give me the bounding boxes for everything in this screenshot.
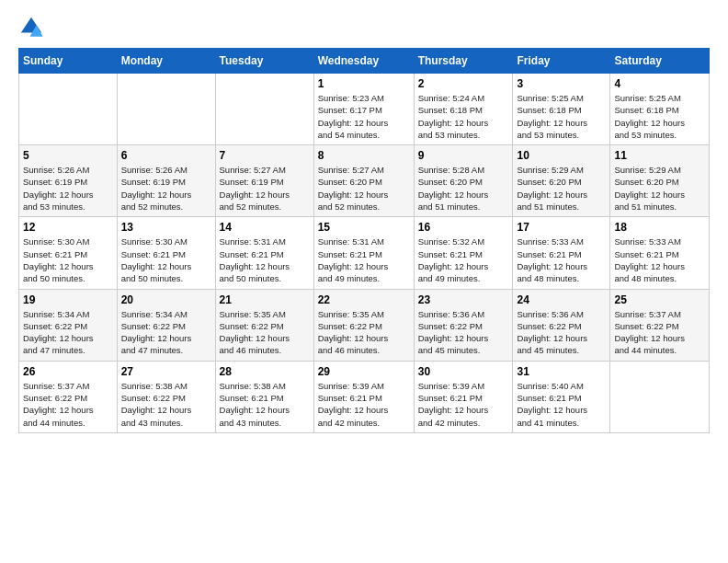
calendar-cell xyxy=(215,74,313,145)
calendar-cell: 14Sunrise: 5:31 AM Sunset: 6:21 PM Dayli… xyxy=(215,217,313,289)
calendar-cell: 21Sunrise: 5:35 AM Sunset: 6:22 PM Dayli… xyxy=(215,289,313,361)
day-number: 1 xyxy=(318,77,410,90)
weekday-header-tuesday: Tuesday xyxy=(215,49,313,74)
day-number: 8 xyxy=(318,149,410,162)
day-number: 10 xyxy=(517,149,606,162)
week-row-5: 26Sunrise: 5:37 AM Sunset: 6:22 PM Dayli… xyxy=(19,361,710,432)
day-info: Sunrise: 5:23 AM Sunset: 6:17 PM Dayligh… xyxy=(318,92,410,141)
day-info: Sunrise: 5:33 AM Sunset: 6:21 PM Dayligh… xyxy=(614,236,705,284)
day-number: 12 xyxy=(23,221,113,234)
calendar-cell: 12Sunrise: 5:30 AM Sunset: 6:21 PM Dayli… xyxy=(19,217,118,289)
calendar-cell: 31Sunrise: 5:40 AM Sunset: 6:21 PM Dayli… xyxy=(513,361,610,432)
day-info: Sunrise: 5:40 AM Sunset: 6:21 PM Dayligh… xyxy=(517,380,606,429)
week-row-2: 5Sunrise: 5:26 AM Sunset: 6:19 PM Daylig… xyxy=(19,145,710,217)
day-number: 5 xyxy=(23,149,113,162)
calendar-cell: 28Sunrise: 5:38 AM Sunset: 6:21 PM Dayli… xyxy=(215,361,313,432)
day-info: Sunrise: 5:33 AM Sunset: 6:21 PM Dayligh… xyxy=(517,236,606,284)
day-info: Sunrise: 5:29 AM Sunset: 6:20 PM Dayligh… xyxy=(614,164,705,213)
weekday-header-thursday: Thursday xyxy=(414,49,513,74)
calendar-cell: 2Sunrise: 5:24 AM Sunset: 6:18 PM Daylig… xyxy=(414,74,513,145)
day-info: Sunrise: 5:35 AM Sunset: 6:22 PM Dayligh… xyxy=(318,308,410,357)
day-number: 24 xyxy=(517,293,606,306)
week-row-1: 1Sunrise: 5:23 AM Sunset: 6:17 PM Daylig… xyxy=(19,74,710,145)
day-info: Sunrise: 5:30 AM Sunset: 6:21 PM Dayligh… xyxy=(23,236,113,284)
day-number: 2 xyxy=(418,77,509,90)
calendar-cell: 25Sunrise: 5:37 AM Sunset: 6:22 PM Dayli… xyxy=(610,289,710,361)
calendar-cell: 18Sunrise: 5:33 AM Sunset: 6:21 PM Dayli… xyxy=(610,217,710,289)
calendar-cell: 30Sunrise: 5:39 AM Sunset: 6:21 PM Dayli… xyxy=(414,361,513,432)
calendar-cell: 15Sunrise: 5:31 AM Sunset: 6:21 PM Dayli… xyxy=(313,217,414,289)
day-info: Sunrise: 5:39 AM Sunset: 6:21 PM Dayligh… xyxy=(318,380,410,429)
day-info: Sunrise: 5:38 AM Sunset: 6:21 PM Dayligh… xyxy=(220,380,310,429)
page: SundayMondayTuesdayWednesdayThursdayFrid… xyxy=(0,0,728,442)
day-number: 21 xyxy=(220,293,310,306)
day-number: 7 xyxy=(220,149,310,162)
calendar-cell xyxy=(610,361,710,432)
day-number: 23 xyxy=(418,293,509,306)
day-info: Sunrise: 5:37 AM Sunset: 6:22 PM Dayligh… xyxy=(23,380,113,429)
day-info: Sunrise: 5:29 AM Sunset: 6:20 PM Dayligh… xyxy=(517,164,606,213)
day-number: 26 xyxy=(23,365,113,378)
calendar-cell xyxy=(19,74,118,145)
day-info: Sunrise: 5:30 AM Sunset: 6:21 PM Dayligh… xyxy=(121,236,211,284)
day-info: Sunrise: 5:39 AM Sunset: 6:21 PM Dayligh… xyxy=(418,380,509,429)
day-info: Sunrise: 5:27 AM Sunset: 6:19 PM Dayligh… xyxy=(220,164,310,213)
weekday-header-friday: Friday xyxy=(513,49,610,74)
day-info: Sunrise: 5:37 AM Sunset: 6:22 PM Dayligh… xyxy=(614,308,705,357)
calendar-cell: 8Sunrise: 5:27 AM Sunset: 6:20 PM Daylig… xyxy=(313,145,414,217)
day-number: 22 xyxy=(318,293,410,306)
day-number: 30 xyxy=(418,365,509,378)
weekday-header-sunday: Sunday xyxy=(19,49,118,74)
calendar-cell xyxy=(117,74,215,145)
day-number: 25 xyxy=(614,293,705,306)
calendar-cell: 11Sunrise: 5:29 AM Sunset: 6:20 PM Dayli… xyxy=(610,145,710,217)
week-row-3: 12Sunrise: 5:30 AM Sunset: 6:21 PM Dayli… xyxy=(19,217,710,289)
logo xyxy=(18,15,48,40)
day-number: 18 xyxy=(614,221,705,234)
day-number: 27 xyxy=(121,365,211,378)
day-number: 20 xyxy=(121,293,211,306)
calendar-cell: 4Sunrise: 5:25 AM Sunset: 6:18 PM Daylig… xyxy=(610,74,710,145)
day-number: 3 xyxy=(517,77,606,90)
day-info: Sunrise: 5:31 AM Sunset: 6:21 PM Dayligh… xyxy=(318,236,410,284)
day-number: 4 xyxy=(614,77,705,90)
day-number: 11 xyxy=(614,149,705,162)
calendar-cell: 27Sunrise: 5:38 AM Sunset: 6:22 PM Dayli… xyxy=(117,361,215,432)
weekday-header-saturday: Saturday xyxy=(610,49,710,74)
calendar-cell: 9Sunrise: 5:28 AM Sunset: 6:20 PM Daylig… xyxy=(414,145,513,217)
calendar-cell: 13Sunrise: 5:30 AM Sunset: 6:21 PM Dayli… xyxy=(117,217,215,289)
day-info: Sunrise: 5:34 AM Sunset: 6:22 PM Dayligh… xyxy=(121,308,211,357)
day-number: 15 xyxy=(318,221,410,234)
day-info: Sunrise: 5:36 AM Sunset: 6:22 PM Dayligh… xyxy=(517,308,606,357)
calendar-cell: 19Sunrise: 5:34 AM Sunset: 6:22 PM Dayli… xyxy=(19,289,118,361)
calendar-cell: 22Sunrise: 5:35 AM Sunset: 6:22 PM Dayli… xyxy=(313,289,414,361)
calendar-cell: 5Sunrise: 5:26 AM Sunset: 6:19 PM Daylig… xyxy=(19,145,118,217)
day-info: Sunrise: 5:26 AM Sunset: 6:19 PM Dayligh… xyxy=(121,164,211,213)
calendar-cell: 7Sunrise: 5:27 AM Sunset: 6:19 PM Daylig… xyxy=(215,145,313,217)
day-info: Sunrise: 5:28 AM Sunset: 6:20 PM Dayligh… xyxy=(418,164,509,213)
day-info: Sunrise: 5:34 AM Sunset: 6:22 PM Dayligh… xyxy=(23,308,113,357)
day-number: 31 xyxy=(517,365,606,378)
day-number: 9 xyxy=(418,149,509,162)
calendar-cell: 17Sunrise: 5:33 AM Sunset: 6:21 PM Dayli… xyxy=(513,217,610,289)
calendar-cell: 23Sunrise: 5:36 AM Sunset: 6:22 PM Dayli… xyxy=(414,289,513,361)
day-number: 6 xyxy=(121,149,211,162)
calendar-cell: 10Sunrise: 5:29 AM Sunset: 6:20 PM Dayli… xyxy=(513,145,610,217)
week-row-4: 19Sunrise: 5:34 AM Sunset: 6:22 PM Dayli… xyxy=(19,289,710,361)
calendar-cell: 24Sunrise: 5:36 AM Sunset: 6:22 PM Dayli… xyxy=(513,289,610,361)
day-number: 17 xyxy=(517,221,606,234)
day-number: 13 xyxy=(121,221,211,234)
day-info: Sunrise: 5:32 AM Sunset: 6:21 PM Dayligh… xyxy=(418,236,509,284)
day-info: Sunrise: 5:35 AM Sunset: 6:22 PM Dayligh… xyxy=(220,308,310,357)
day-info: Sunrise: 5:25 AM Sunset: 6:18 PM Dayligh… xyxy=(614,92,705,141)
calendar-cell: 26Sunrise: 5:37 AM Sunset: 6:22 PM Dayli… xyxy=(19,361,118,432)
weekday-header-row: SundayMondayTuesdayWednesdayThursdayFrid… xyxy=(19,49,710,74)
logo-icon xyxy=(18,15,44,40)
calendar-table: SundayMondayTuesdayWednesdayThursdayFrid… xyxy=(18,48,710,433)
day-info: Sunrise: 5:26 AM Sunset: 6:19 PM Dayligh… xyxy=(23,164,113,213)
weekday-header-wednesday: Wednesday xyxy=(313,49,414,74)
day-info: Sunrise: 5:25 AM Sunset: 6:18 PM Dayligh… xyxy=(517,92,606,141)
day-number: 19 xyxy=(23,293,113,306)
calendar-cell: 3Sunrise: 5:25 AM Sunset: 6:18 PM Daylig… xyxy=(513,74,610,145)
day-info: Sunrise: 5:27 AM Sunset: 6:20 PM Dayligh… xyxy=(318,164,410,213)
